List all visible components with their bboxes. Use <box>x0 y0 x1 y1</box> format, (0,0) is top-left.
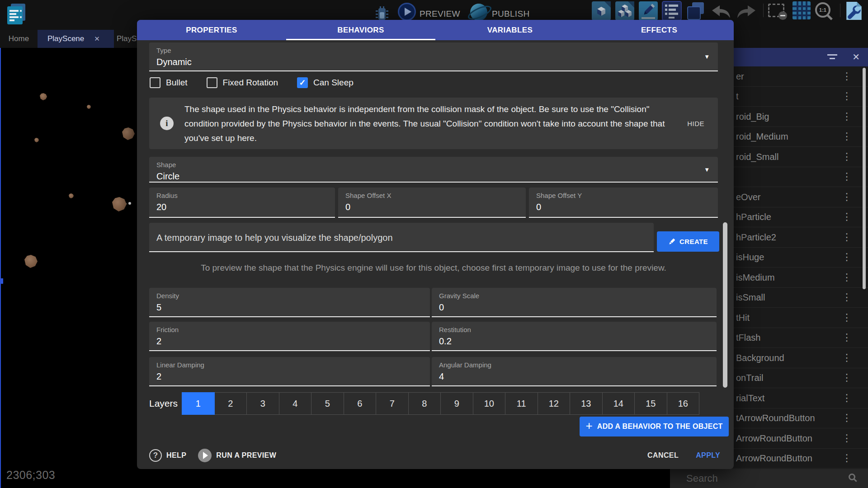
instances-icon[interactable] <box>615 1 635 23</box>
undo-icon[interactable] <box>711 5 732 21</box>
layer-button[interactable]: 2 <box>214 392 247 415</box>
kebab-menu-icon[interactable] <box>842 251 852 263</box>
run-preview-icon[interactable] <box>198 449 212 462</box>
layers-icon[interactable] <box>685 1 705 23</box>
panel-scrollbar[interactable] <box>863 68 866 289</box>
redo-icon[interactable] <box>735 5 757 21</box>
chevron-down-icon[interactable]: ▼ <box>704 166 710 173</box>
apply-button[interactable]: APPLY <box>696 451 720 460</box>
asteroid-sprite <box>112 197 127 211</box>
layer-button[interactable]: 11 <box>505 392 538 415</box>
dialog-tab[interactable]: PROPERTIES <box>137 20 286 40</box>
events-sheet-icon[interactable] <box>662 1 682 23</box>
close-panel-icon[interactable]: ✕ <box>852 52 860 62</box>
checkbox[interactable]: Can Sleep <box>297 77 354 88</box>
kebab-menu-icon[interactable] <box>842 452 852 464</box>
kebab-menu-icon[interactable] <box>842 372 852 384</box>
scene-edit-icon[interactable] <box>638 1 658 23</box>
filter-icon[interactable] <box>827 54 837 60</box>
dialog-tab[interactable]: EFFECTS <box>585 20 734 40</box>
type-select[interactable]: Type Dynamic ▼ <box>149 42 718 71</box>
layer-button[interactable]: 7 <box>376 392 409 415</box>
temp-image-placeholder: A temporary image to help you visualize … <box>156 233 646 243</box>
tab-playscene-2[interactable]: PlayS <box>114 30 137 48</box>
shape-offset-y-field[interactable]: Shape Offset Y 0 <box>529 188 718 218</box>
grid-icon[interactable] <box>792 1 811 22</box>
run-preview-button[interactable]: RUN A PREVIEW <box>216 451 276 460</box>
checkbox[interactable]: Bullet <box>150 77 188 88</box>
kebab-menu-icon[interactable] <box>842 171 852 183</box>
layer-button[interactable]: 13 <box>570 392 603 415</box>
preview-button[interactable]: PREVIEW <box>420 9 460 19</box>
extensions-icon[interactable] <box>844 1 863 23</box>
layer-button[interactable]: 1 <box>182 392 215 415</box>
kebab-menu-icon[interactable] <box>842 272 852 283</box>
layer-button[interactable]: 15 <box>634 392 667 415</box>
layer-button[interactable]: 8 <box>408 392 441 415</box>
kebab-menu-icon[interactable] <box>842 111 852 122</box>
gravity-scale-value: 0 <box>439 302 709 313</box>
info-box: i The shape used in the Physics behavior… <box>149 98 718 149</box>
layer-button[interactable]: 9 <box>440 392 473 415</box>
temp-image-field[interactable]: A temporary image to help you visualize … <box>149 223 654 252</box>
add-behavior-button[interactable]: + ADD A BEHAVIOR TO THE OBJECT <box>580 417 729 436</box>
kebab-menu-icon[interactable] <box>842 332 852 343</box>
cancel-button[interactable]: CANCEL <box>647 451 679 460</box>
canvas-edge-marker <box>1 278 3 284</box>
kebab-menu-icon[interactable] <box>842 312 852 324</box>
density-field[interactable]: Density 5 <box>149 288 430 317</box>
objects-editor-icon[interactable] <box>591 1 611 23</box>
layer-button[interactable]: 3 <box>246 392 279 415</box>
preview-icon[interactable] <box>398 3 416 21</box>
kebab-menu-icon[interactable] <box>842 90 852 102</box>
dialog-tab[interactable]: BEHAVIORS <box>286 20 435 40</box>
kebab-menu-icon[interactable] <box>842 432 852 444</box>
kebab-menu-icon[interactable] <box>842 352 852 364</box>
search-input[interactable] <box>685 471 835 486</box>
layer-button[interactable]: 14 <box>602 392 635 415</box>
publish-button[interactable]: PUBLISH <box>492 9 529 19</box>
kebab-menu-icon[interactable] <box>842 231 852 243</box>
tab-home[interactable]: Home <box>0 30 38 48</box>
shape-select[interactable]: Shape Circle ▼ <box>149 157 718 183</box>
instance-marker-dot <box>128 202 131 205</box>
kebab-menu-icon[interactable] <box>842 151 852 163</box>
kebab-menu-icon[interactable] <box>842 211 852 223</box>
layer-button[interactable]: 6 <box>344 392 377 415</box>
selection-marquee-icon[interactable] <box>768 4 784 17</box>
close-tab-icon[interactable]: ✕ <box>94 35 100 43</box>
dialog-tab[interactable]: VARIABLES <box>435 20 585 40</box>
tab-playscene[interactable]: PlayScene ✕ <box>38 30 114 48</box>
hide-button[interactable]: HIDE <box>687 120 704 127</box>
linear-damping-field[interactable]: Linear Damping 2 <box>149 357 430 386</box>
radius-field[interactable]: Radius 20 <box>149 188 335 218</box>
project-manager-icon[interactable] <box>6 3 27 27</box>
chevron-down-icon[interactable]: ▼ <box>704 53 710 60</box>
layer-button[interactable]: 12 <box>538 392 571 415</box>
kebab-menu-icon[interactable] <box>842 412 852 424</box>
help-button[interactable]: HELP <box>166 451 186 460</box>
layer-button[interactable]: 5 <box>311 392 344 415</box>
dialog-scrollbar[interactable] <box>723 222 727 388</box>
layer-button[interactable]: 10 <box>473 392 506 415</box>
checkbox[interactable]: Fixed Rotation <box>207 77 278 88</box>
gravity-scale-field[interactable]: Gravity Scale 0 <box>432 288 717 317</box>
shape-offset-x-field[interactable]: Shape Offset X 0 <box>338 188 526 218</box>
zoom-1-1-icon[interactable]: 1:1 <box>815 2 830 18</box>
layer-button[interactable]: 16 <box>667 392 700 415</box>
kebab-menu-icon[interactable] <box>842 392 852 404</box>
angular-damping-field[interactable]: Angular Damping 4 <box>432 357 717 386</box>
create-button[interactable]: CREATE <box>657 231 719 252</box>
friction-field[interactable]: Friction 2 <box>149 322 430 351</box>
restitution-field[interactable]: Restitution 0.2 <box>432 322 717 351</box>
kebab-menu-icon[interactable] <box>842 191 852 203</box>
kebab-menu-icon[interactable] <box>842 131 852 142</box>
kebab-menu-icon[interactable] <box>842 70 852 82</box>
kebab-menu-icon[interactable] <box>842 291 852 303</box>
layer-button[interactable]: 4 <box>279 392 312 415</box>
checkbox-box[interactable] <box>150 77 160 88</box>
checkbox-box[interactable] <box>207 77 217 88</box>
publish-icon[interactable] <box>470 4 487 21</box>
help-icon[interactable]: ? <box>149 449 162 462</box>
checkbox-box[interactable] <box>297 77 308 88</box>
